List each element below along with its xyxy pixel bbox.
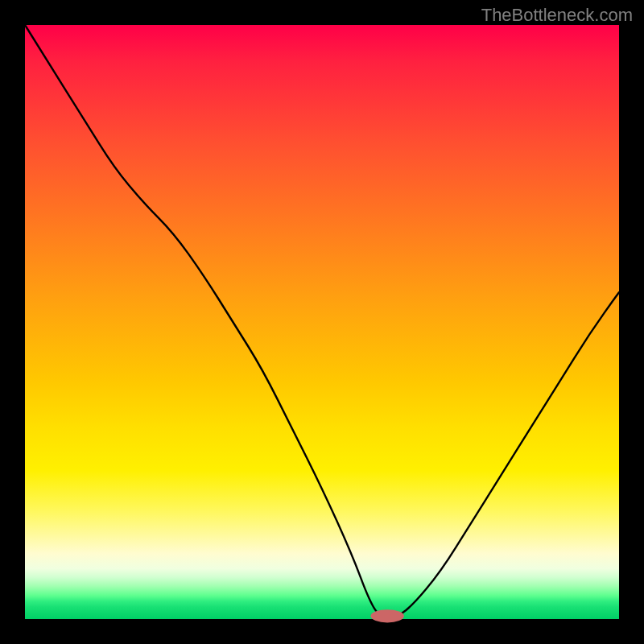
chart-frame: TheBottleneck.com bbox=[0, 0, 644, 644]
curve-layer bbox=[25, 25, 619, 619]
bottleneck-curve bbox=[25, 25, 619, 619]
watermark-text: TheBottleneck.com bbox=[481, 5, 633, 26]
sweet-spot-marker bbox=[371, 609, 404, 622]
